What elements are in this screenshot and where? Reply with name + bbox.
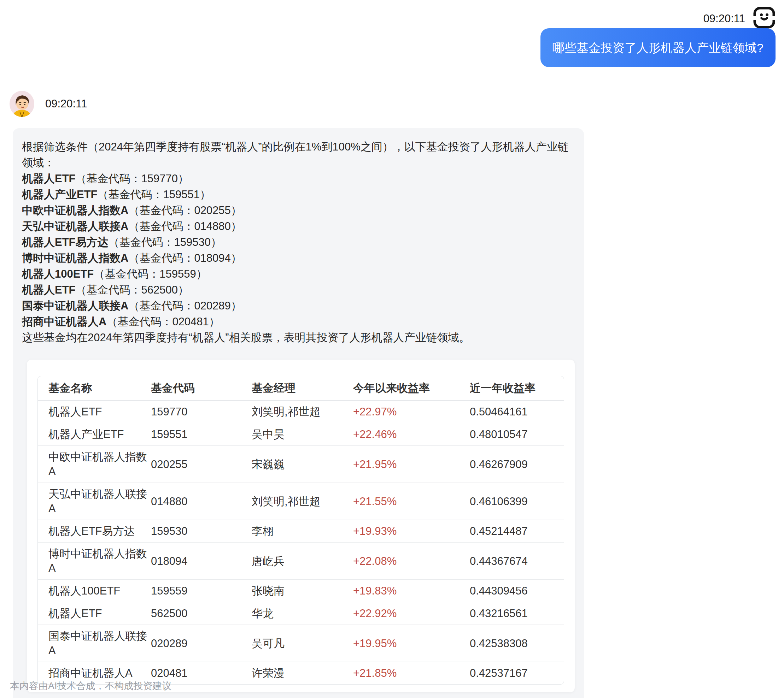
cell-ytd-return: +21.85% <box>353 662 470 684</box>
fund-code: （基金代码：020289） <box>128 300 241 312</box>
table-header-row: 基金名称 基金代码 基金经理 今年以来收益率 近一年收益率 <box>38 376 564 400</box>
cell-fund-code: 562500 <box>151 602 252 625</box>
fund-table: 基金名称 基金代码 基金经理 今年以来收益率 近一年收益率 机器人ETF 159… <box>38 376 564 685</box>
cell-fund-name: 国泰中证机器人联接A <box>38 625 151 662</box>
cell-ytd-return: +19.93% <box>353 520 470 543</box>
table-row: 机器人ETF 159770 刘笑明,祁世超 +22.97% 0.50464161 <box>38 400 564 423</box>
fund-code: （基金代码：014880） <box>128 220 241 232</box>
fund-list-item: 招商中证机器人A（基金代码：020481） <box>22 314 578 329</box>
cell-fund-code: 018094 <box>151 543 252 579</box>
cell-fund-code: 020255 <box>151 446 252 483</box>
cell-fund-manager: 宋巍巍 <box>252 446 353 483</box>
cell-ytd-return: +22.46% <box>353 423 470 446</box>
fund-table-card: 基金名称 基金代码 基金经理 今年以来收益率 近一年收益率 机器人ETF 159… <box>27 360 575 692</box>
table-row: 中欧中证机器人指数A 020255 宋巍巍 +21.95% 0.46267909 <box>38 446 564 483</box>
fund-list-item: 机器人100ETF（基金代码：159559） <box>22 266 578 282</box>
cell-fund-manager: 华龙 <box>252 602 353 625</box>
cell-fund-code: 014880 <box>151 483 252 520</box>
cell-fund-name: 机器人ETF <box>38 400 151 423</box>
fund-name: 机器人100ETF <box>22 268 94 280</box>
fund-list-item: 机器人ETF（基金代码：159770） <box>22 171 578 186</box>
cell-fund-name: 机器人产业ETF <box>38 423 151 446</box>
fund-code: （基金代码：159770） <box>76 172 189 185</box>
cell-fund-manager: 唐屹兵 <box>252 543 353 579</box>
table-header-cell: 基金代码 <box>151 376 252 400</box>
table-row: 博时中证机器人指数A 018094 唐屹兵 +22.08% 0.44367674 <box>38 543 564 579</box>
cell-one-year-return: 0.48010547 <box>470 423 564 446</box>
fund-code: （基金代码：018094） <box>128 252 241 264</box>
fund-list-item: 天弘中证机器人联接A（基金代码：014880） <box>22 218 578 234</box>
cell-fund-name: 中欧中证机器人指数A <box>38 446 151 483</box>
cell-fund-manager: 刘笑明,祁世超 <box>252 400 353 423</box>
cell-fund-name: 机器人ETF易方达 <box>38 520 151 543</box>
fund-name: 机器人ETF易方达 <box>22 236 109 249</box>
fund-list-item: 机器人ETF易方达（基金代码：159530） <box>22 234 578 250</box>
fund-name: 天弘中证机器人联接A <box>22 220 128 232</box>
assistant-avatar <box>9 91 35 117</box>
cell-fund-name: 机器人ETF <box>38 602 151 625</box>
table-row: 机器人ETF 562500 华龙 +22.92% 0.43216561 <box>38 602 564 625</box>
answer-intro: 根据筛选条件（2024年第四季度持有股票“机器人”的比例在1%到100%之间），… <box>22 139 578 171</box>
table-row: 天弘中证机器人联接A 014880 刘笑明,祁世超 +21.55% 0.4610… <box>38 483 564 520</box>
cell-one-year-return: 0.50464161 <box>470 400 564 423</box>
answer-conclusion: 这些基金均在2024年第四季度持有“机器人”相关股票，表明其投资了人形机器人产业… <box>22 329 578 346</box>
fund-code: （基金代码：159530） <box>109 236 222 249</box>
table-row: 国泰中证机器人联接A 020289 吴可凡 +19.95% 0.42538308 <box>38 625 564 662</box>
cell-one-year-return: 0.46267909 <box>470 446 564 483</box>
assistant-timestamp: 09:20:11 <box>45 97 87 110</box>
assistant-message-bubble: 根据筛选条件（2024年第四季度持有股票“机器人”的比例在1%到100%之间），… <box>13 128 584 698</box>
fund-name: 国泰中证机器人联接A <box>22 300 128 312</box>
cell-one-year-return: 0.46106399 <box>470 483 564 520</box>
cell-fund-code: 159770 <box>151 400 252 423</box>
cell-ytd-return: +22.08% <box>353 543 470 579</box>
fund-name: 中欧中证机器人指数A <box>22 204 128 217</box>
cell-one-year-return: 0.44309456 <box>470 579 564 602</box>
user-timestamp: 09:20:11 <box>703 7 745 31</box>
fund-list: 机器人ETF（基金代码：159770） 机器人产业ETF（基金代码：159551… <box>22 171 578 329</box>
cell-one-year-return: 0.45214487 <box>470 520 564 543</box>
cell-fund-code: 159551 <box>151 423 252 446</box>
fund-name: 机器人ETF <box>22 172 76 185</box>
cell-ytd-return: +21.55% <box>353 483 470 520</box>
table-header-cell: 今年以来收益率 <box>353 376 470 400</box>
fund-code: （基金代码：159551） <box>97 188 211 201</box>
cell-ytd-return: +22.92% <box>353 602 470 625</box>
table-row: 机器人产业ETF 159551 吴中昊 +22.46% 0.48010547 <box>38 423 564 446</box>
fund-name: 招商中证机器人A <box>22 315 106 328</box>
cell-fund-code: 159559 <box>151 579 252 602</box>
fund-code: （基金代码：020255） <box>128 204 241 217</box>
table-row: 机器人100ETF 159559 张晓南 +19.83% 0.44309456 <box>38 579 564 602</box>
table-row: 机器人ETF易方达 159530 李栩 +19.93% 0.45214487 <box>38 520 564 543</box>
fund-list-item: 中欧中证机器人指数A（基金代码：020255） <box>22 202 578 218</box>
table-header-cell: 基金经理 <box>252 376 353 400</box>
table-header-cell: 基金名称 <box>38 376 151 400</box>
user-message-bubble: 哪些基金投资了人形机器人产业链领域? <box>540 28 776 67</box>
fund-code: （基金代码：020481） <box>106 315 220 328</box>
cell-fund-manager: 刘笑明,祁世超 <box>252 483 353 520</box>
fund-name: 机器人产业ETF <box>22 188 97 201</box>
cell-one-year-return: 0.44367674 <box>470 543 564 579</box>
cell-fund-manager: 许荣漫 <box>252 662 353 684</box>
cell-fund-code: 159530 <box>151 520 252 543</box>
cell-ytd-return: +19.95% <box>353 625 470 662</box>
cell-fund-name: 博时中证机器人指数A <box>38 543 151 579</box>
cell-fund-code: 020289 <box>151 625 252 662</box>
cell-fund-name: 机器人100ETF <box>38 579 151 602</box>
fund-code: （基金代码：562500） <box>76 284 189 296</box>
cell-ytd-return: +21.95% <box>353 446 470 483</box>
fund-list-item: 国泰中证机器人联接A（基金代码：020289） <box>22 298 578 314</box>
fund-code: （基金代码：159559） <box>94 268 207 280</box>
fund-name: 博时中证机器人指数A <box>22 252 128 264</box>
assistant-message-meta: 09:20:11 <box>9 91 87 117</box>
cell-fund-manager: 张晓南 <box>252 579 353 602</box>
cell-one-year-return: 0.42538308 <box>470 625 564 662</box>
fund-list-item: 机器人ETF（基金代码：562500） <box>22 282 578 298</box>
cell-ytd-return: +19.83% <box>353 579 470 602</box>
cell-fund-manager: 李栩 <box>252 520 353 543</box>
fund-list-item: 博时中证机器人指数A（基金代码：018094） <box>22 250 578 266</box>
cell-fund-manager: 吴可凡 <box>252 625 353 662</box>
cell-fund-name: 天弘中证机器人联接A <box>38 483 151 520</box>
chat-page: 09:20:11 哪些基金投资了人形机器人产业链领域? <box>0 0 784 698</box>
cell-one-year-return: 0.42537167 <box>470 662 564 684</box>
ai-disclaimer: 本内容由AI技术合成，不构成投资建议 <box>10 680 172 692</box>
